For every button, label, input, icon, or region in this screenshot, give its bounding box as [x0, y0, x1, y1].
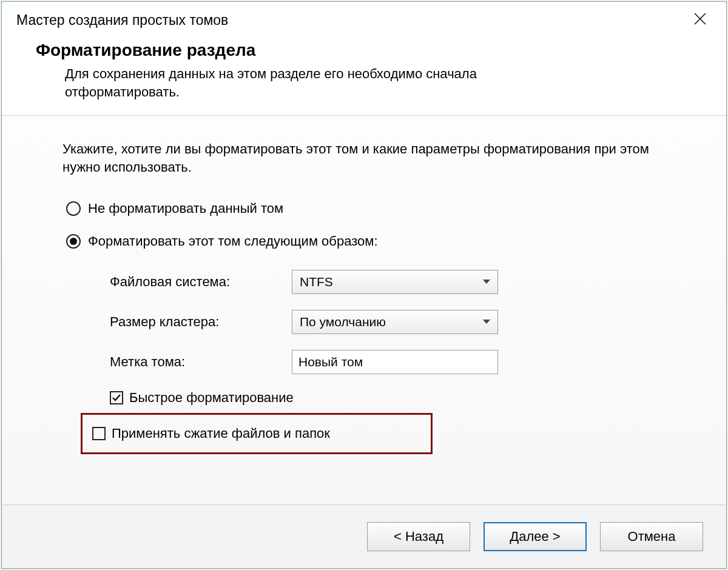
wizard-header: Форматирование раздела Для сохранения да…: [2, 38, 726, 115]
wizard-footer: < Назад Далее > Отмена: [2, 505, 726, 568]
radio-no-format-row[interactable]: Не форматировать данный том: [66, 201, 692, 216]
intro-text: Укажите, хотите ли вы форматировать этот…: [62, 140, 663, 176]
compression-row[interactable]: Применять сжатие файлов и папок: [92, 426, 421, 441]
quick-format-checkbox[interactable]: [110, 391, 123, 404]
compression-label: Применять сжатие файлов и папок: [112, 426, 330, 441]
wizard-window: Мастер создания простых томов Форматиров…: [1, 1, 727, 569]
page-subhead: Для сохранения данных на этом разделе ег…: [65, 65, 562, 101]
cluster-select[interactable]: По умолчанию: [292, 310, 498, 334]
close-icon[interactable]: [689, 12, 712, 29]
titlebar: Мастер создания простых томов: [2, 2, 726, 38]
wizard-content: Укажите, хотите ли вы форматировать этот…: [2, 116, 726, 505]
cluster-label: Размер кластера:: [110, 314, 292, 330]
quick-format-row[interactable]: Быстрое форматирование: [110, 390, 692, 406]
quick-format-label: Быстрое форматирование: [129, 390, 294, 406]
next-button[interactable]: Далее >: [484, 522, 587, 551]
page-heading: Форматирование раздела: [36, 41, 692, 60]
chevron-down-icon: [483, 320, 490, 324]
radio-format-as[interactable]: [66, 234, 81, 249]
format-options: Файловая система: NTFS Размер кластера: …: [110, 270, 692, 374]
cluster-value: По умолчанию: [300, 315, 386, 329]
compression-highlight: Применять сжатие файлов и папок: [81, 413, 433, 454]
volume-label-label: Метка тома:: [110, 354, 292, 370]
radio-no-format[interactable]: [66, 201, 81, 216]
filesystem-select[interactable]: NTFS: [292, 270, 498, 294]
window-title: Мастер создания простых томов: [16, 12, 228, 29]
cluster-row: Размер кластера: По умолчанию: [110, 310, 692, 334]
compression-checkbox[interactable]: [92, 427, 106, 440]
volume-label-input[interactable]: [292, 350, 498, 374]
volume-label-row: Метка тома:: [110, 350, 692, 374]
filesystem-value: NTFS: [300, 275, 333, 289]
filesystem-label: Файловая система:: [110, 274, 292, 290]
radio-format-as-row[interactable]: Форматировать этот том следующим образом…: [66, 233, 692, 249]
radio-no-format-label: Не форматировать данный том: [88, 201, 283, 216]
filesystem-row: Файловая система: NTFS: [110, 270, 692, 294]
chevron-down-icon: [483, 280, 490, 284]
back-button[interactable]: < Назад: [367, 522, 470, 551]
radio-format-as-label: Форматировать этот том следующим образом…: [88, 233, 378, 249]
cancel-button[interactable]: Отмена: [600, 522, 703, 551]
